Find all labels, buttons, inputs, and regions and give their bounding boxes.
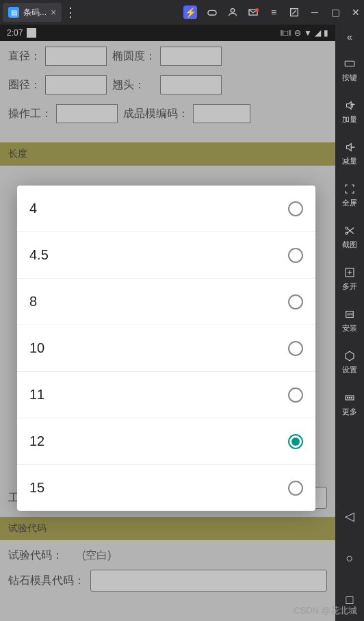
- cast-icon[interactable]: [289, 7, 300, 18]
- user-icon[interactable]: [227, 7, 238, 18]
- sidebar-item-keyboard[interactable]: 按键: [342, 49, 357, 91]
- sidebar-item-install[interactable]: APK 安装: [342, 300, 357, 342]
- collapse-sidebar-icon[interactable]: «: [347, 29, 352, 49]
- radio-selected-icon: [288, 434, 303, 449]
- wifi-icon: ▼: [304, 28, 312, 38]
- vibrate-icon: ⦀□⦀: [280, 28, 291, 38]
- option-8[interactable]: 8: [17, 279, 315, 325]
- operator-label: 操作工：: [8, 107, 52, 121]
- sidebar-item-volup[interactable]: 加量: [342, 91, 357, 133]
- diamond-code-label: 钻石模具代码：: [8, 574, 85, 588]
- option-15[interactable]: 15: [17, 465, 315, 511]
- radio-icon: [288, 294, 303, 309]
- sidebar-label: 全屏: [342, 198, 357, 208]
- emulator-screen: 2:07 ⦀□⦀ ⊖ ▼ ◢ ▮ 直径： 椭圆度： 圈径：: [0, 25, 335, 621]
- option-4-5[interactable]: 4.5: [17, 232, 315, 279]
- watermark-text: CSDN @花北城: [294, 605, 357, 617]
- sidebar-label: 设置: [342, 365, 357, 375]
- ovality-label: 椭圆度：: [112, 49, 156, 64]
- volume-up-icon: [343, 99, 356, 112]
- svg-marker-14: [346, 351, 354, 361]
- browser-tab[interactable]: ▤ 条码... ×: [3, 3, 62, 22]
- svg-point-7: [346, 227, 348, 229]
- fullscreen-icon: [343, 183, 356, 195]
- test-code-value[interactable]: (空白): [82, 548, 112, 563]
- mold-code-input[interactable]: [193, 104, 250, 123]
- sidebar-item-more[interactable]: 更多: [342, 383, 357, 425]
- apk-icon: APK: [343, 308, 356, 320]
- more-icon: [343, 392, 356, 404]
- radio-icon: [288, 248, 303, 263]
- keyboard-icon: [343, 58, 356, 70]
- maximize-icon[interactable]: ▢: [330, 7, 341, 18]
- sidebar-label: 安装: [342, 323, 357, 333]
- option-label: 11: [29, 387, 44, 403]
- operator-input[interactable]: [56, 104, 118, 123]
- close-window-icon[interactable]: ✕: [350, 7, 361, 18]
- multi-instance-icon: [343, 266, 356, 279]
- settings-icon: [343, 350, 356, 362]
- svg-point-18: [351, 397, 352, 398]
- svg-point-16: [347, 397, 348, 398]
- clock: 2:07: [7, 28, 23, 38]
- warp-input[interactable]: [160, 75, 222, 94]
- mail-icon[interactable]: [248, 7, 259, 18]
- dnd-icon: ⊖: [294, 28, 301, 38]
- option-11[interactable]: 11: [17, 372, 315, 418]
- home-button-icon[interactable]: ○: [346, 551, 354, 566]
- sidebar-item-multi[interactable]: 多开: [342, 258, 357, 300]
- diamond-code-input[interactable]: [90, 570, 327, 592]
- option-label: 12: [29, 433, 44, 449]
- close-tab-icon[interactable]: ×: [51, 7, 56, 18]
- radio-icon: [288, 341, 303, 356]
- status-icons: ⦀□⦀ ⊖ ▼ ◢ ▮: [280, 28, 328, 38]
- sidebar-label: 按键: [342, 73, 357, 83]
- gamepad-icon[interactable]: [207, 7, 218, 18]
- back-button-icon[interactable]: ◁: [345, 509, 354, 524]
- option-4[interactable]: 4: [17, 186, 315, 232]
- notification-icon: [27, 28, 36, 38]
- test-section-header: 试验代码: [0, 517, 335, 540]
- sidebar-label: 加量: [342, 114, 357, 125]
- sidebar-item-settings[interactable]: 设置: [342, 342, 357, 383]
- svg-point-1: [231, 9, 234, 12]
- signal-icon: ◢: [315, 28, 321, 38]
- ring-diameter-input[interactable]: [45, 75, 107, 94]
- select-dialog: 4 4.5 8 10 11 12 15: [17, 186, 315, 511]
- option-label: 4.5: [29, 247, 49, 263]
- hamburger-icon[interactable]: ≡: [268, 7, 279, 18]
- test-code-label: 试验代码：: [8, 548, 77, 563]
- option-label: 10: [29, 340, 44, 356]
- tab-title: 条码...: [23, 7, 47, 18]
- radio-icon: [288, 201, 303, 216]
- option-label: 15: [29, 480, 44, 496]
- option-label: 4: [29, 201, 37, 216]
- sidebar-label: 截图: [342, 240, 357, 250]
- sidebar-label: 减量: [342, 156, 357, 166]
- titlebar-actions: ⚡ ≡ ─ ▢ ✕: [183, 5, 361, 19]
- option-label: 8: [29, 294, 37, 309]
- sidebar-item-voldown[interactable]: 减量: [342, 133, 357, 175]
- volume-down-icon: [343, 141, 356, 153]
- diameter-label: 直径：: [8, 49, 41, 64]
- lightning-icon[interactable]: ⚡: [183, 5, 197, 19]
- ovality-input[interactable]: [160, 47, 222, 66]
- radio-icon: [288, 481, 303, 496]
- sidebar-label: 多开: [342, 281, 357, 292]
- radio-icon: [288, 388, 303, 403]
- sidebar-label: 更多: [342, 407, 357, 417]
- svg-point-8: [346, 232, 348, 234]
- svg-point-17: [349, 397, 350, 398]
- option-12[interactable]: 12: [17, 418, 315, 465]
- sidebar-item-screenshot[interactable]: 截图: [342, 216, 357, 258]
- android-nav-buttons: ◁ ○ □: [345, 509, 354, 607]
- option-10[interactable]: 10: [17, 325, 315, 372]
- sidebar-item-fullscreen[interactable]: 全屏: [342, 175, 357, 216]
- warp-label: 翘头：: [112, 78, 145, 92]
- battery-icon: ▮: [324, 28, 328, 38]
- tab-menu-icon[interactable]: ⋮: [64, 5, 77, 20]
- tab-favicon: ▤: [8, 7, 19, 18]
- diameter-input[interactable]: [45, 47, 107, 66]
- form-container: 直径： 椭圆度： 圈径： 翘头： 操作工： 成品模: [0, 41, 335, 138]
- minimize-icon[interactable]: ─: [309, 7, 320, 18]
